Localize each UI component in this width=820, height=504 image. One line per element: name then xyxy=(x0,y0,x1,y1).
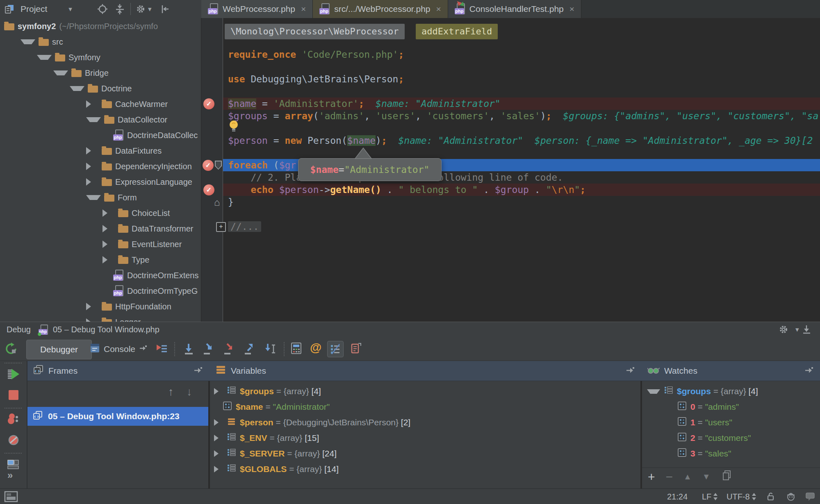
inspections-hector-icon[interactable] xyxy=(786,491,796,504)
evaluate-expression-icon[interactable] xyxy=(290,342,303,356)
show-execution-point-icon[interactable] xyxy=(156,343,169,357)
tree-item-datacollector[interactable]: DataCollector xyxy=(0,112,201,127)
variable-row-env[interactable]: $_ENV = {array} [15] xyxy=(210,430,640,446)
move-down-icon[interactable]: ▼ xyxy=(702,472,711,481)
watch-row-groups[interactable]: $groups = {array} [4] xyxy=(642,384,820,399)
frame-up-icon[interactable]: ↑ xyxy=(168,386,174,398)
collapsed-arrow-icon[interactable] xyxy=(102,225,112,232)
caret-position[interactable]: 21:24 xyxy=(667,492,688,502)
gear-icon[interactable] xyxy=(778,324,789,337)
step-into-icon[interactable] xyxy=(203,343,216,357)
tab-src-webprocessor[interactable]: php src/.../WebProcessor.php × xyxy=(313,0,448,18)
locate-file-icon[interactable] xyxy=(96,2,110,16)
tree-item-bridge[interactable]: Bridge xyxy=(0,65,201,81)
close-icon[interactable]: × xyxy=(301,4,306,14)
code-token-hovered[interactable]: $name xyxy=(347,135,376,146)
tree-item-cachewarmer[interactable]: CacheWarmer xyxy=(0,96,201,112)
watch-item-3[interactable]: 3 = "sales" xyxy=(642,446,820,461)
export-icon[interactable] xyxy=(626,366,635,377)
intention-bulb-icon[interactable] xyxy=(228,120,240,134)
hide-panel-icon[interactable] xyxy=(158,2,172,16)
chevron-down-icon[interactable]: ▾ xyxy=(68,5,72,14)
tree-item-dependencyinjection[interactable]: DependencyInjection xyxy=(0,159,201,174)
breakpoint-icon[interactable]: ✓ xyxy=(203,184,214,195)
expanded-arrow-icon[interactable] xyxy=(70,86,84,91)
tree-item-choicelist[interactable]: ChoiceList xyxy=(0,205,201,221)
tree-item-datafixtures[interactable]: DataFixtures xyxy=(0,143,201,159)
tool-window-bars-icon[interactable] xyxy=(4,491,18,504)
collapsed-arrow-icon[interactable] xyxy=(214,450,223,457)
collapsed-arrow-icon[interactable] xyxy=(86,147,96,154)
fold-marker-icon[interactable]: ⌂ xyxy=(214,197,220,208)
collapsed-arrow-icon[interactable] xyxy=(86,303,96,310)
tree-item-type[interactable]: Type xyxy=(0,252,201,268)
tree-root-symfony2[interactable]: symfony2 (~/PhpstormProjects/symfo xyxy=(0,18,201,34)
breakpoint-icon[interactable]: ✓ xyxy=(203,98,214,109)
resume-program-icon[interactable] xyxy=(7,368,20,382)
variable-row-server[interactable]: $_SERVER = {array} [24] xyxy=(210,446,640,461)
tree-item-datatransformer[interactable]: DataTransformer xyxy=(0,221,201,236)
at-sign-icon[interactable]: @ xyxy=(310,341,321,354)
step-out-icon[interactable] xyxy=(244,343,257,357)
close-icon[interactable]: × xyxy=(569,4,574,14)
chevron-down-icon[interactable]: ▾ xyxy=(148,5,152,14)
export-icon[interactable] xyxy=(804,366,813,377)
view-breakpoints-icon[interactable] xyxy=(7,413,20,427)
collapsed-arrow-icon[interactable] xyxy=(214,466,223,472)
tab-webprocessor[interactable]: php WebProcessor.php × xyxy=(201,0,313,18)
close-icon[interactable]: × xyxy=(436,4,441,14)
collapsed-arrow-icon[interactable] xyxy=(86,100,96,108)
collapse-all-icon[interactable] xyxy=(113,2,127,16)
frame-down-icon[interactable]: ↓ xyxy=(187,386,192,398)
tab-consolehandlertest[interactable]: php ConsoleHandlerTest.php × xyxy=(448,0,581,18)
tree-item-doctrineormtypeguesser[interactable]: phpDoctrineOrmTypeG xyxy=(0,283,201,299)
variable-row-name[interactable]: $name = "Administrator" xyxy=(210,399,640,415)
watch-item-0[interactable]: 0 = "admins" xyxy=(642,399,820,415)
collapsed-arrow-icon[interactable] xyxy=(214,419,223,426)
variable-row-person[interactable]: $person = {Debugging\JetBrains\Person} [… xyxy=(210,415,640,430)
collapsed-arrow-icon[interactable] xyxy=(214,388,223,395)
event-log-bubble-icon[interactable] xyxy=(805,492,816,504)
collapsed-arrow-icon[interactable] xyxy=(102,209,112,217)
more-options-icon[interactable]: » xyxy=(7,470,13,481)
project-selector[interactable]: Project xyxy=(20,4,47,14)
frame-row-selected[interactable]: 05 – Debug Tool Window.php:23 xyxy=(27,407,208,426)
tree-item-eventlistener[interactable]: EventListener xyxy=(0,236,201,252)
force-step-into-icon[interactable] xyxy=(223,343,236,357)
collapsed-arrow-icon[interactable] xyxy=(214,435,223,441)
lock-icon[interactable] xyxy=(766,492,776,504)
gear-icon[interactable] xyxy=(134,2,148,16)
watch-item-2[interactable]: 2 = "customers" xyxy=(642,430,820,446)
collapsed-arrow-icon[interactable] xyxy=(102,241,112,248)
folded-region[interactable]: //... xyxy=(228,221,261,232)
tree-item-src[interactable]: src xyxy=(0,34,201,50)
tree-item-symfony[interactable]: Symfony xyxy=(0,50,201,65)
chevron-down-icon[interactable]: ▾ xyxy=(795,325,799,334)
expanded-arrow-icon[interactable] xyxy=(647,389,660,394)
mute-breakpoints-icon[interactable] xyxy=(7,434,20,448)
rerun-icon[interactable] xyxy=(5,343,17,356)
expanded-arrow-icon[interactable] xyxy=(86,195,101,200)
tree-item-form[interactable]: Form xyxy=(0,190,201,205)
stop-icon[interactable] xyxy=(8,389,19,402)
add-watch-icon[interactable]: + xyxy=(648,470,655,484)
expanded-arrow-icon[interactable] xyxy=(37,55,52,60)
code-editor[interactable]: require_once 'Code/Person.php'; use Debu… xyxy=(201,18,820,322)
tree-item-expressionlanguage[interactable]: ExpressionLanguage xyxy=(0,174,201,190)
step-over-icon[interactable] xyxy=(182,343,195,357)
watch-item-1[interactable]: 1 = "users" xyxy=(642,415,820,430)
tree-item-httpfoundation[interactable]: HttpFoundation xyxy=(0,299,201,314)
tree-item-logger[interactable]: Logger xyxy=(0,314,201,322)
expanded-arrow-icon[interactable] xyxy=(20,39,35,44)
breakpoint-icon[interactable]: ✓ xyxy=(203,160,214,171)
breadcrumb-class-chip[interactable]: \Monolog\Processor\WebProcessor xyxy=(225,24,405,39)
hide-window-icon[interactable] xyxy=(801,324,812,337)
line-separator[interactable]: LF xyxy=(702,492,718,502)
file-encoding[interactable]: UTF-8 xyxy=(727,492,756,502)
duplicate-watch-icon[interactable] xyxy=(721,470,733,484)
run-to-cursor-icon[interactable] xyxy=(264,343,277,357)
collapsed-arrow-icon[interactable] xyxy=(86,318,96,322)
export-icon[interactable] xyxy=(194,366,203,377)
collapsed-arrow-icon[interactable] xyxy=(102,256,112,263)
remove-watch-icon[interactable]: − xyxy=(666,470,673,484)
